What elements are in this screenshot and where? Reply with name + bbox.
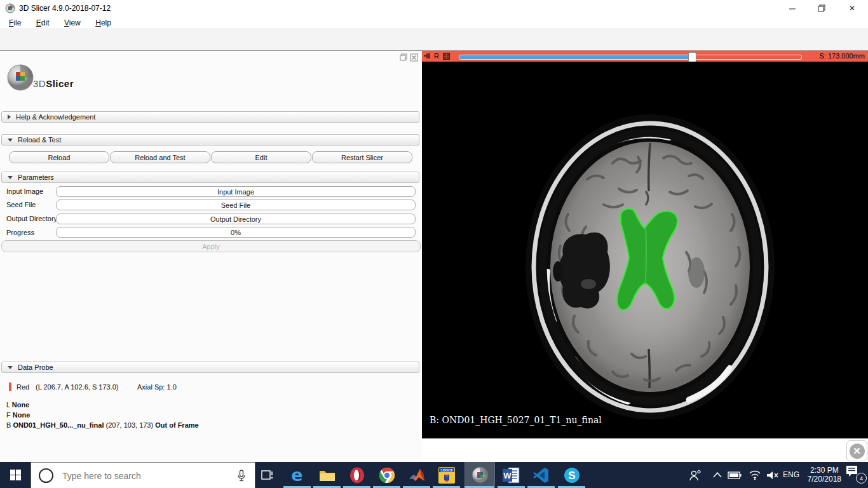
taskbar-app-matlab[interactable] [407,465,426,485]
menu-bar: File Edit View Help [0,17,868,28]
section-label: Reload & Test [18,136,61,144]
skype-icon: S [564,467,580,484]
input-image-label: Input Image [6,187,43,195]
expanded-arrow-icon [8,139,13,142]
section-help-acknowledgement[interactable]: Help & Acknowledgement [1,111,419,123]
orientation-label: R [434,52,439,60]
menu-view[interactable]: View [61,18,84,28]
people-button[interactable] [685,465,705,485]
restart-slicer-button[interactable]: Restart Slicer [312,151,412,163]
collapsed-arrow-icon [8,114,11,119]
svg-text:LDOCE: LDOCE [440,468,453,472]
taskbar-app-ldoce[interactable]: LDOCE [437,465,456,485]
wifi-icon [749,470,761,480]
taskbar-app-chrome[interactable] [377,465,397,485]
minimize-button[interactable] [778,0,807,17]
reload-button[interactable]: Reload [9,151,109,163]
section-reload-test[interactable]: Reload & Test [1,134,419,146]
probe-slice-name: Red [17,383,29,391]
reload-and-test-button[interactable]: Reload and Test [110,151,210,163]
taskbar-app-slicer-active-tile[interactable] [465,462,495,488]
microphone-icon[interactable] [237,470,246,482]
battery-button[interactable] [724,465,744,485]
axial-brain-mri [422,62,868,438]
svg-text:S: S [568,470,575,482]
taskbar-app-edge[interactable]: e [287,465,307,485]
seed-file-field[interactable]: Seed File [56,200,416,210]
restore-button[interactable] [807,0,836,17]
seed-file-label: Seed File [6,201,36,208]
section-label: Help & Acknowledgement [16,113,95,121]
red-slice-view: R S: 173.000mm [422,51,868,438]
tray-time: 2:30 PM [808,466,841,475]
action-center-button[interactable]: 4 [845,465,867,485]
wifi-button[interactable] [745,465,764,485]
slice-offset-slider[interactable] [459,55,802,60]
people-icon [689,470,702,481]
search-input[interactable] [61,470,237,482]
battery-icon [728,471,742,479]
clock[interactable]: 2:30 PM 7/20/2018 [808,466,841,484]
probe-slice-ras: (L 206.7, A 102.6, S 173.0) [36,383,118,391]
overlay-close-button[interactable]: ✕ [846,440,867,461]
edit-button[interactable]: Edit [211,151,311,163]
language-indicator[interactable]: ENG [783,470,799,479]
tray-date: 7/20/2018 [808,475,841,484]
screen: 3D Slicer 4.9.0-2018-07-12 ✕ File Edit V… [0,0,868,488]
close-button[interactable]: ✕ [837,0,867,17]
taskbar: e LDOCE W S [0,462,868,488]
module-panel: 3DSlicer Help & Acknowledgement Reload &… [0,51,422,462]
progress-bar: 0% [56,227,416,238]
menu-edit[interactable]: Edit [33,18,53,28]
taskbar-app-opera[interactable] [347,465,367,485]
section-parameters[interactable]: Parameters [1,172,419,183]
taskbar-search[interactable] [31,462,255,488]
red-slice-color-swatch [9,383,11,391]
chrome-icon [379,467,395,484]
folder-icon [319,468,336,482]
matlab-icon [408,467,426,484]
word-icon: W [503,467,520,484]
task-view-button[interactable] [257,465,276,485]
slice-menu-icon[interactable] [442,52,451,60]
notification-badge: 4 [856,473,867,484]
taskbar-app-word[interactable]: W [501,465,521,485]
input-image-field[interactable]: Input Image [56,186,416,197]
edge-icon: e [291,466,302,484]
close-icon [410,53,418,62]
slicer-icon [471,466,489,484]
main-toolbar: DATA DCM SAVE Modules: Ventricle Segment… [0,28,868,51]
pin-icon[interactable] [423,53,431,60]
panel-float-button[interactable] [400,53,408,62]
background-volume-label: B: OND01_HGH_5027_01_T1_nu_final [430,415,602,425]
vscode-icon [533,467,550,484]
panel-close-button[interactable] [410,53,418,62]
output-directory-field[interactable]: Output Directory [56,214,416,224]
speaker-mute-icon [766,471,778,480]
volume-muted-button[interactable] [763,465,782,485]
slicer-logo [4,61,37,94]
slice-offset-label: S: 173.000mm [819,52,865,60]
expanded-arrow-icon [8,176,13,179]
red-slice-image[interactable]: B: OND01_HGH_5027_01_T1_nu_final [422,62,868,438]
apply-button[interactable]: Apply [1,240,421,252]
windows-logo-icon [10,470,21,480]
taskbar-app-file-explorer[interactable] [317,465,337,485]
start-button[interactable] [0,462,31,488]
task-view-icon [261,470,273,481]
title-bar: 3D Slicer 4.9.0-2018-07-12 ✕ [0,0,868,17]
svg-text:W: W [503,471,512,480]
menu-help[interactable]: Help [92,18,114,28]
menu-file[interactable]: File [6,18,24,28]
close-icon: ✕ [850,444,865,459]
section-data-probe[interactable]: Data Probe [1,362,419,373]
cortana-icon [39,468,53,483]
taskbar-app-vscode[interactable] [531,465,551,485]
section-label: Data Probe [18,363,53,371]
window-title: 3D Slicer 4.9.0-2018-07-12 [19,4,111,13]
probe-slice-spacing: Axial Sp: 1.0 [137,383,177,391]
taskbar-app-skype[interactable]: S [562,465,581,485]
section-label: Parameters [18,173,54,181]
slice-slider-fill [459,55,692,59]
opera-icon [349,467,365,484]
